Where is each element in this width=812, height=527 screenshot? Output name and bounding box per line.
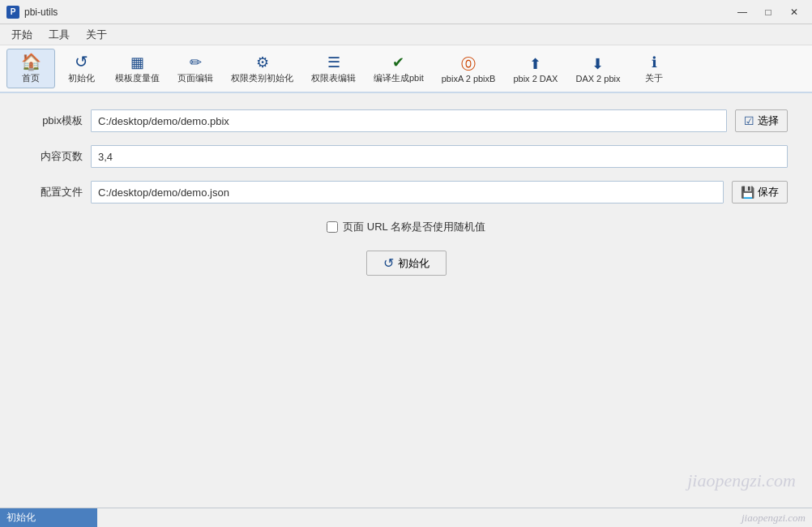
app-icon: P (6, 6, 19, 19)
pages-input[interactable] (91, 145, 788, 168)
menu-item-tools[interactable]: 工具 (41, 26, 78, 44)
random-checkbox-label[interactable]: 页面 URL 名称是否使用随机值 (343, 220, 485, 234)
toolbar-home-label: 首页 (22, 72, 40, 84)
config-label: 配置文件 (24, 185, 83, 199)
pbix-label: pbix模板 (24, 114, 83, 128)
toolbar-template-label: 模板度量值 (115, 72, 160, 84)
toolbar-page-edit[interactable]: 页面编辑 (169, 49, 221, 88)
template-icon (130, 53, 144, 71)
status-left: 初始化 (0, 508, 97, 528)
menu-item-start[interactable]: 开始 (3, 26, 41, 44)
toolbar-perm-init[interactable]: 权限类别初始化 (223, 49, 301, 88)
menu-item-about[interactable]: 关于 (78, 26, 115, 44)
toolbar-dax2pbix-label: DAX 2 pbix (575, 74, 620, 84)
pbixa-icon (461, 54, 476, 72)
random-checkbox[interactable] (327, 221, 338, 233)
config-row: 配置文件 保存 (24, 181, 788, 204)
toolbar-pbixa2b-label: pbixA 2 pbixB (442, 74, 496, 84)
pages-label: 内容页数 (24, 149, 83, 164)
toolbar-pbix2dax[interactable]: pbix 2 DAX (505, 51, 566, 87)
toolbar-pbix2dax-label: pbix 2 DAX (513, 74, 558, 84)
title-bar: P pbi-utils — □ ✕ (0, 0, 812, 24)
edit-icon (190, 53, 202, 71)
toolbar-about-label: 关于 (645, 72, 663, 84)
save-icon (741, 186, 754, 199)
toolbar-init-label: 初始化 (68, 72, 95, 84)
init-btn-row: 初始化 (24, 251, 788, 276)
pbix-row: pbix模板 选择 (24, 109, 788, 132)
toolbar-perm-edit-label: 权限表编辑 (311, 72, 356, 84)
content-area: pbix模板 选择 内容页数 配置文件 保存 页面 URL 名称是否使用随机值 (0, 93, 812, 508)
status-right: jiaopengzi.com (741, 512, 806, 525)
maximize-button[interactable]: □ (757, 3, 780, 21)
table-icon (327, 53, 340, 71)
refresh-icon (383, 255, 394, 271)
compile-icon (392, 53, 404, 71)
toolbar-page-edit-label: 页面编辑 (177, 72, 213, 84)
toolbar-template[interactable]: 模板度量值 (107, 49, 168, 88)
upload-icon (529, 54, 541, 72)
minimize-button[interactable]: — (731, 3, 754, 21)
main-content: pbix模板 选择 内容页数 配置文件 保存 页面 URL 名称是否使用随机值 (0, 93, 812, 292)
toolbar-perm-edit[interactable]: 权限表编辑 (303, 49, 364, 88)
toolbar-init[interactable]: 初始化 (57, 49, 105, 88)
pbix-input[interactable] (91, 109, 727, 132)
select-button[interactable]: 选择 (735, 109, 788, 132)
watermark: jiaopengzi.com (687, 470, 796, 491)
window-controls: — □ ✕ (731, 3, 806, 21)
toolbar-about[interactable]: 关于 (630, 49, 678, 88)
toolbar-perm-init-label: 权限类别初始化 (231, 72, 293, 84)
download-icon (592, 54, 604, 72)
menu-bar: 开始 工具 关于 (0, 24, 812, 45)
toolbar-home[interactable]: 首页 (6, 49, 55, 88)
title-bar-left: P pbi-utils (6, 6, 58, 19)
gear-icon (256, 53, 269, 71)
toolbar-compile-label: 编译生成pbit (374, 72, 424, 84)
select-label: 选择 (758, 114, 779, 128)
save-label: 保存 (758, 185, 779, 199)
title-text: pbi-utils (24, 6, 58, 18)
init-icon (75, 53, 88, 71)
pages-row: 内容页数 (24, 145, 788, 168)
status-bar: 初始化 jiaopengzi.com (0, 508, 812, 527)
toolbar: 首页 初始化 模板度量值 页面编辑 权限类别初始化 权限表编辑 编译生成pbit… (0, 45, 812, 93)
save-button[interactable]: 保存 (732, 181, 788, 204)
home-icon (21, 53, 41, 71)
init-label: 初始化 (398, 256, 430, 271)
check-icon (744, 114, 754, 127)
close-button[interactable]: ✕ (783, 3, 806, 21)
random-checkbox-row: 页面 URL 名称是否使用随机值 (24, 220, 788, 234)
config-input[interactable] (91, 181, 724, 204)
info-icon (652, 53, 657, 71)
toolbar-pbixa2b[interactable]: pbixA 2 pbixB (434, 51, 504, 87)
init-button[interactable]: 初始化 (366, 251, 447, 276)
toolbar-dax2pbix[interactable]: DAX 2 pbix (567, 51, 628, 87)
toolbar-compile[interactable]: 编译生成pbit (365, 49, 432, 88)
